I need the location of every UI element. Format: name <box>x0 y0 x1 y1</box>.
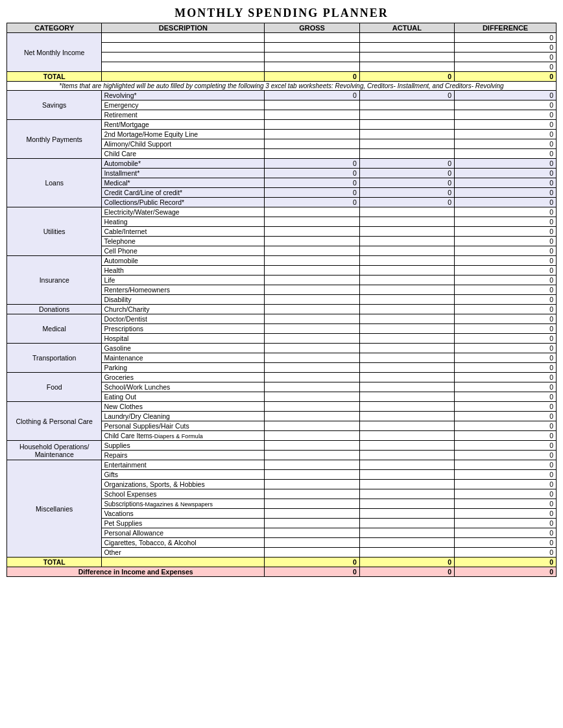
diff-cell: 0 <box>455 421 557 431</box>
table-row: Net Monthly Income 0 <box>7 33 557 43</box>
gross-cell <box>265 451 359 460</box>
gross-cell: 0 <box>265 169 359 178</box>
desc-cell: 2nd Mortage/Home Equity Line <box>102 130 265 139</box>
table-row: Household Operations/ Maintenance Suppli… <box>7 441 557 451</box>
actual-cell <box>359 441 454 451</box>
actual-cell <box>359 62 454 72</box>
spending-table: CATEGORY DESCRIPTION GROSS ACTUAL DIFFER… <box>6 23 557 577</box>
gross-cell <box>265 373 359 382</box>
gross-cell <box>265 237 359 246</box>
gross-cell: 0 <box>265 178 359 188</box>
category-clothing: Clothing & Personal Care <box>7 402 102 441</box>
table-row: Transportation Gasoline 0 <box>7 344 557 353</box>
gross-cell <box>265 363 359 373</box>
actual-cell <box>359 421 454 431</box>
gross-cell <box>265 256 359 266</box>
diff-cell: 0 <box>455 53 557 62</box>
gross-cell <box>265 528 359 538</box>
gross-cell <box>265 538 359 548</box>
bottom-total-desc <box>102 558 265 567</box>
gross-cell <box>265 246 359 256</box>
gross-cell <box>265 431 359 441</box>
actual-cell <box>359 246 454 256</box>
diff-cell: 0 <box>455 431 557 441</box>
gross-cell <box>265 100 359 110</box>
category-food: Food <box>7 373 102 402</box>
actual-cell <box>359 110 454 120</box>
diff-cell: 0 <box>455 237 557 246</box>
table-row: Food Groceries 0 <box>7 373 557 382</box>
desc-cell: Cigarettes, Tobacco, & Alcohol <box>102 538 265 548</box>
gross-cell <box>265 460 359 470</box>
bottom-total-label: TOTAL <box>7 558 102 567</box>
gross-cell: 0 <box>265 159 359 169</box>
diff-cell: 0 <box>455 528 557 538</box>
total-label: TOTAL <box>7 72 102 82</box>
desc-cell: Hospital <box>102 334 265 344</box>
diff-cell: 0 <box>455 207 557 217</box>
category-donations: Donations <box>7 305 102 314</box>
actual-cell <box>359 314 454 324</box>
header-actual: ACTUAL <box>359 23 454 33</box>
desc-cell: Emergency <box>102 100 265 110</box>
actual-cell: 0 <box>359 188 454 198</box>
table-row: Loans Automobile* 0 0 0 <box>7 159 557 169</box>
desc-cell: Parking <box>102 363 265 373</box>
gross-cell <box>265 412 359 421</box>
actual-cell <box>359 130 454 139</box>
actual-cell <box>359 276 454 285</box>
gross-cell <box>265 480 359 489</box>
actual-cell <box>359 373 454 382</box>
actual-cell: 0 <box>359 198 454 207</box>
diff-cell: 0 <box>455 178 557 188</box>
actual-cell <box>359 460 454 470</box>
gross-cell: 0 <box>265 91 359 100</box>
diff-cell: 0 <box>455 509 557 519</box>
diff-cell: 0 <box>455 139 557 149</box>
diff-cell: 0 <box>455 198 557 207</box>
gross-cell <box>265 207 359 217</box>
actual-cell <box>359 266 454 276</box>
actual-cell: 0 <box>359 178 454 188</box>
desc-cell: Cell Phone <box>102 246 265 256</box>
actual-cell: 0 <box>359 91 454 100</box>
diff-cell: 0 <box>455 91 557 100</box>
diff-diff: 0 <box>455 567 557 577</box>
total-diff: 0 <box>455 72 557 82</box>
gross-cell <box>265 392 359 402</box>
desc-cell: Subscriptions-Magazines & Newspapers <box>102 499 265 509</box>
desc-cell: Automobile <box>102 256 265 266</box>
gross-cell <box>265 266 359 276</box>
gross-cell <box>265 217 359 227</box>
desc-cell: Alimony/Child Support <box>102 139 265 149</box>
actual-cell <box>359 53 454 62</box>
diff-cell: 0 <box>455 266 557 276</box>
category-utilities: Utilities <box>7 207 102 256</box>
diff-cell: 0 <box>455 276 557 285</box>
diff-income-expenses-row: Difference in Income and Expenses 0 0 0 <box>7 567 557 577</box>
diff-cell: 0 <box>455 538 557 548</box>
note-text: *Items that are highlighted will be auto… <box>7 82 557 91</box>
desc-cell <box>102 43 265 53</box>
table-row: Monthly Payments Rent/Mortgage 0 <box>7 120 557 130</box>
bottom-total-row: TOTAL 0 0 0 <box>7 558 557 567</box>
diff-cell: 0 <box>455 363 557 373</box>
diff-cell: 0 <box>455 120 557 130</box>
desc-cell: Pet Supplies <box>102 519 265 528</box>
actual-cell <box>359 412 454 421</box>
actual-cell <box>359 139 454 149</box>
diff-cell: 0 <box>455 100 557 110</box>
desc-cell: Entertainment <box>102 460 265 470</box>
desc-cell: Medical* <box>102 178 265 188</box>
gross-cell <box>265 43 359 53</box>
total-actual: 0 <box>359 72 454 82</box>
desc-cell: Automobile* <box>102 159 265 169</box>
diff-cell: 0 <box>455 33 557 43</box>
diff-cell: 0 <box>455 43 557 53</box>
desc-cell: Installment* <box>102 169 265 178</box>
category-household: Household Operations/ Maintenance <box>7 441 102 460</box>
desc-cell: Disability <box>102 295 265 305</box>
diff-cell: 0 <box>455 295 557 305</box>
desc-cell: Laundry/Dry Cleaning <box>102 412 265 421</box>
header-row: CATEGORY DESCRIPTION GROSS ACTUAL DIFFER… <box>7 23 557 33</box>
